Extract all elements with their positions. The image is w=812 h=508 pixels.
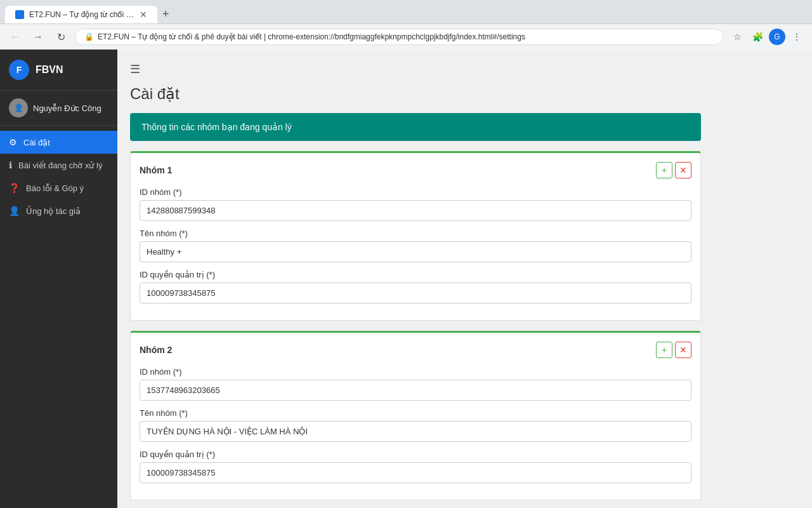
group-2-name-input[interactable] (140, 421, 691, 442)
gear-icon: ⚙ (9, 137, 17, 147)
info-icon: ℹ (9, 160, 12, 170)
sidebar-logo: F FBVN (0, 50, 117, 91)
group-2-admin-field: ID quyền quản trị (*) (140, 450, 691, 483)
active-tab[interactable]: ET2.FUN – Tự động từ chối &amp; p ✕ (5, 6, 157, 23)
sidebar-item-support-label: Ủng hộ tác giả (26, 206, 81, 216)
lock-icon: 🔒 (84, 32, 94, 41)
sidebar-item-settings-label: Cài đặt (23, 138, 50, 147)
user-icon: 👤 (9, 206, 20, 216)
group-1-name-label: Tên nhóm (*) (140, 229, 691, 238)
group-1-id-field: ID nhóm (*) (140, 187, 691, 221)
tab-title: ET2.FUN – Tự động từ chối &amp; p (29, 10, 134, 19)
forward-button[interactable]: → (29, 28, 47, 46)
url-bar[interactable]: 🔒 ET2.FUN – Tự động từ chối & phê duyệt … (75, 29, 723, 45)
more-options-button[interactable]: ⋮ (788, 28, 806, 46)
extension-puzzle-button[interactable]: 🧩 (749, 28, 766, 46)
hamburger-button[interactable]: ☰ (130, 62, 140, 76)
group-2-actions: + ✕ (656, 342, 691, 358)
group-2-id-input[interactable] (140, 380, 691, 401)
group-2-name-label: Tên nhóm (*) (140, 408, 691, 418)
group-card-1: Nhóm 1 + ✕ ID nhóm (*) Tên nhóm (*) ID q… (130, 151, 701, 321)
logo-text: FBVN (36, 64, 63, 76)
main-content: ☰ Cài đặt Thông tin các nhóm bạn đang qu… (117, 50, 812, 508)
group-card-2: Nhóm 2 + ✕ ID nhóm (*) Tên nhóm (*) ID q… (130, 331, 701, 500)
sidebar-nav: ⚙ Cài đặt ℹ Bài viết đang chờ xử lý ❓ Bá… (0, 126, 117, 508)
group-1-id-label: ID nhóm (*) (140, 187, 691, 197)
sidebar-item-pending[interactable]: ℹ Bài viết đang chờ xử lý (0, 154, 117, 177)
nav-bar: ← → ↻ 🔒 ET2.FUN – Tự động từ chối & phê … (0, 23, 812, 50)
group-1-name-input[interactable] (140, 241, 691, 262)
browser-chrome: ET2.FUN – Tự động từ chối &amp; p ✕ + ← … (0, 0, 812, 50)
url-text: ET2.FUN – Tự động từ chối & phê duyệt bà… (98, 32, 714, 41)
group-2-add-button[interactable]: + (656, 342, 672, 358)
group-2-admin-label: ID quyền quản trị (*) (140, 450, 691, 459)
group-2-admin-input[interactable] (140, 462, 691, 483)
group-1-title: Nhóm 1 (140, 165, 172, 175)
group-1-name-field: Tên nhóm (*) (140, 229, 691, 262)
avatar: 👤 (9, 98, 28, 117)
group-2-id-label: ID nhóm (*) (140, 367, 691, 377)
sidebar: F FBVN 👤 Nguyễn Đức Công ⚙ Cài đặt ℹ Bài… (0, 50, 117, 508)
group-2-name-field: Tên nhóm (*) (140, 408, 691, 442)
page-title: Cài đặt (130, 85, 701, 103)
group-1-header: Nhóm 1 + ✕ (140, 162, 691, 178)
group-1-id-input[interactable] (140, 200, 691, 221)
group-1-admin-field: ID quyền quản trị (*) (140, 270, 691, 304)
sidebar-item-support[interactable]: 👤 Ủng hộ tác giả (0, 199, 117, 222)
sidebar-item-bug[interactable]: ❓ Báo lỗi & Góp ý (0, 177, 117, 199)
sidebar-item-settings[interactable]: ⚙ Cài đặt (0, 131, 117, 154)
content-wrapper: ☰ Cài đặt Thông tin các nhóm bạn đang qu… (130, 62, 701, 508)
group-1-remove-button[interactable]: ✕ (675, 162, 691, 178)
group-1-add-button[interactable]: + (656, 162, 672, 178)
reload-button[interactable]: ↻ (52, 28, 70, 46)
group-1-actions: + ✕ (656, 162, 691, 178)
group-1-admin-input[interactable] (140, 283, 691, 304)
sidebar-item-pending-label: Bài viết đang chờ xử lý (18, 161, 102, 170)
new-tab-button[interactable]: + (157, 5, 174, 23)
user-name: Nguyễn Đức Công (33, 104, 102, 113)
group-2-remove-button[interactable]: ✕ (675, 342, 691, 358)
group-2-id-field: ID nhóm (*) (140, 367, 691, 401)
bookmark-button[interactable]: ☆ (728, 28, 746, 46)
profile-button[interactable]: G (769, 29, 785, 45)
tab-favicon (15, 10, 24, 19)
group-1-admin-label: ID quyền quản trị (*) (140, 270, 691, 279)
back-button[interactable]: ← (6, 28, 24, 46)
app-container: F FBVN 👤 Nguyễn Đức Công ⚙ Cài đặt ℹ Bài… (0, 50, 812, 508)
nav-actions: ☆ 🧩 G ⋮ (728, 28, 806, 46)
group-2-title: Nhóm 2 (140, 345, 172, 355)
group-2-header: Nhóm 2 + ✕ (140, 342, 691, 358)
logo-icon: F (9, 60, 29, 80)
tab-bar: ET2.FUN – Tự động từ chối &amp; p ✕ + (0, 0, 812, 23)
sidebar-user: 👤 Nguyễn Đức Công (0, 91, 117, 126)
sidebar-item-bug-label: Báo lỗi & Góp ý (26, 184, 84, 193)
tab-close-button[interactable]: ✕ (140, 10, 147, 20)
info-banner: Thông tin các nhóm bạn đang quản lý (130, 113, 701, 141)
question-icon: ❓ (9, 183, 20, 193)
